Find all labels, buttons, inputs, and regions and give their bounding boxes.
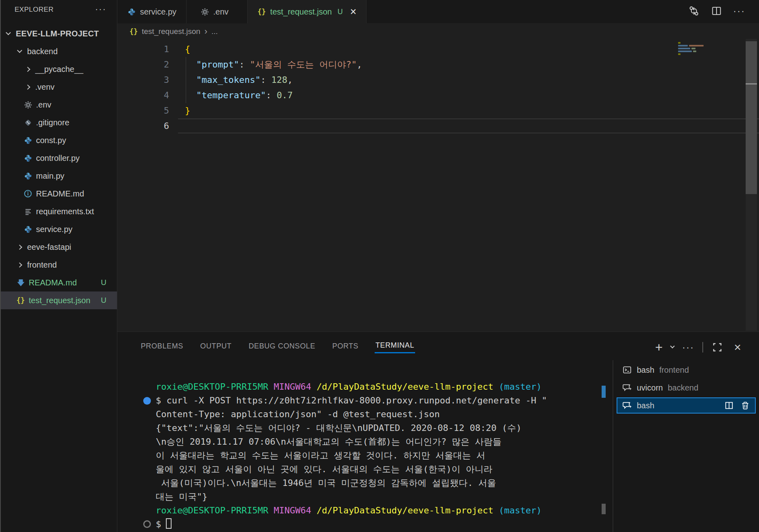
new-terminal-icon[interactable]: + [655,342,663,353]
tree-item-frontend[interactable]: frontend [1,256,117,274]
kill-terminal-trash-icon[interactable] [740,401,750,410]
overview-ruler-cursor-marker [746,83,757,84]
json-braces-icon: {} [129,27,138,36]
code-line: } [185,103,190,118]
tree-item-venv[interactable]: .venv [1,78,117,96]
tree-item-requirements[interactable]: requirements.txt [1,203,117,220]
tree-item-const[interactable]: const.py [1,131,117,149]
tab-service-py[interactable]: service.py [117,0,187,23]
tab-test-request-json[interactable]: {} test_request.json U × [248,0,367,23]
editor-toolbar: ··· [688,5,745,17]
breadcrumb-file[interactable]: test_request.json [142,27,200,36]
terminal-item-uvicorn-backend[interactable]: uvicorn backend [617,380,756,396]
more-actions-icon[interactable]: ··· [682,342,694,353]
python-icon [23,136,32,145]
close-panel-icon[interactable]: × [731,341,744,353]
chat-sparkle-icon [622,383,632,392]
python-icon [23,171,32,180]
tree-item-main[interactable]: main.py [1,167,117,185]
panel-tab-bar: PROBLEMS OUTPUT DEBUG CONSOLE PORTS TERM… [140,332,415,360]
tree-item-env[interactable]: .env [1,96,117,114]
terminal-line-output: {"text":"서울의 수도는 어디야? - 대학신문\nUPDATED. 2… [156,421,522,435]
editor-scrollbar-thumb[interactable] [746,41,757,194]
terminal-desc: frontend [659,365,689,375]
tree-item-root[interactable]: EEVE-LLM-PROJECT [1,25,117,42]
terminal-name: bash [637,401,654,410]
terminal-list-splitter[interactable] [613,360,613,532]
explorer-more-actions-icon[interactable]: ··· [95,4,106,15]
tree-item-readma[interactable]: READMA.md U [1,274,117,291]
line-number: 4 [117,88,175,103]
tab-label: service.py [140,7,176,17]
chevron-down-icon [17,48,22,53]
split-editor-icon[interactable] [710,5,723,17]
code-line: "max_tokens": 128, [196,72,293,88]
chevron-right-icon [25,84,30,90]
tree-item-test-request[interactable]: {} test_request.json U [1,291,117,309]
terminal-line-prompt: roxie@DESKTOP-PRRI5MR MINGW64 /d/PlayDat… [156,504,542,517]
tree-item-readme[interactable]: README.md [1,185,117,203]
terminal-profile-chevron-icon[interactable] [670,344,674,348]
maximize-panel-icon[interactable] [711,341,723,353]
tab-output[interactable]: OUTPUT [199,340,233,353]
breadcrumb[interactable]: {} test_request.json › ... [117,24,218,39]
tree-item-controller[interactable]: controller.py [1,149,117,167]
json-braces-icon: {} [16,296,25,305]
terminal-line-output: 서울(미국)이다.\n서울대는 1946년 미국 미군정청의 감독하에 설립됐다… [156,476,496,490]
git-icon [23,118,32,127]
tab-ports[interactable]: PORTS [331,340,359,353]
terminal-item-bash-frontend[interactable]: bash frontend [617,362,756,378]
split-terminal-icon[interactable] [724,401,734,410]
close-icon[interactable]: × [350,6,356,17]
more-actions-icon[interactable]: ··· [733,5,745,17]
bottom-panel: PROBLEMS OUTPUT DEBUG CONSOLE PORTS TERM… [117,331,759,532]
download-arrow-icon [16,278,25,287]
terminal-line-prompt: roxie@DESKTOP-PRRI5MR MINGW64 /d/PlayDat… [156,380,542,394]
terminal-name: bash [637,365,654,375]
git-status-badge: U [337,8,343,16]
python-icon [23,154,32,163]
terminal-line-cursor: $ [156,517,172,531]
tab-problems[interactable]: PROBLEMS [140,340,184,353]
tab-debug-console[interactable]: DEBUG CONSOLE [248,340,316,353]
terminal-item-bash-active[interactable]: bash [617,397,756,414]
panel-actions: + ··· × [655,341,744,354]
chevron-right-icon [25,67,30,72]
code-line: "temperature": 0.7 [196,88,293,103]
terminal-name: uvicorn [637,383,663,393]
tree-item-backend[interactable]: backend [1,42,117,60]
chevron-right-icon [17,262,22,268]
open-changes-icon[interactable] [688,5,700,17]
minimap[interactable] [678,42,743,56]
tab-env[interactable]: .env [187,0,248,23]
divider [702,342,703,353]
line-number-active: 6 [117,118,175,134]
line-number: 5 [117,103,175,118]
git-status-badge: U [101,296,106,305]
line-number: 2 [117,57,175,72]
explorer-sidebar: EXPLORER ··· EEVE-LLM-PROJECT backend __… [0,0,117,532]
tab-terminal[interactable]: TERMINAL [375,339,415,353]
terminal-line-output: 이 서울대라는 학교의 수도는 서울이라고 생각할 것이다. 하지만 서울대는 … [156,449,485,462]
tree-item-eeve-fastapi[interactable]: eeve-fastapi [1,238,117,256]
code-line: "prompt": "서울의 수도는 어디야?", [196,57,362,72]
tree-item-service[interactable]: service.py [1,220,117,238]
tree-item-gitignore[interactable]: .gitignore [1,114,117,131]
tree-item-pycache[interactable]: __pycache__ [1,60,117,78]
python-icon [23,225,32,234]
chevron-right-icon [17,245,22,250]
python-icon [127,7,136,16]
tab-label: test_request.json [270,7,332,17]
line-number: 3 [117,72,175,88]
git-status-badge: U [101,278,106,287]
command-pending-decoration[interactable] [143,520,151,528]
scrollbar-command-decoration [602,386,606,398]
code-editor[interactable]: 1 2 3 4 5 6 { "prompt": "서울의 수도는 어디야?", … [117,39,759,331]
breadcrumb-ellipsis[interactable]: ... [212,27,218,36]
scrollbar-command-decoration [602,504,606,514]
terminal-line-output: \n승인 2019.11.17 07:06\n서울대학교의 수도(首都)는 어디… [156,435,502,449]
command-success-decoration[interactable] [143,397,151,405]
terminal-line-output: 울에 있지 않고 서울이 아닌 곳에 있다. 서울대의 수도는 서울(한국)이 … [156,462,492,476]
breadcrumb-separator: › [204,26,207,37]
terminal-line-command: Content-Type: application/json" -d @test… [156,407,440,421]
